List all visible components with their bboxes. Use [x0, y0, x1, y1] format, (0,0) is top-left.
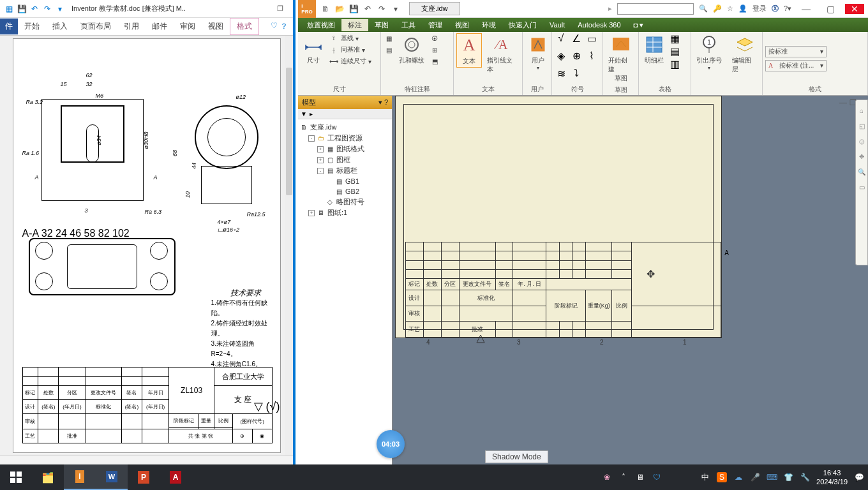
tray-mic-icon[interactable]: 🎤: [750, 472, 760, 482]
tree-sheet1[interactable]: +🗏图纸:1: [299, 207, 391, 218]
save-icon[interactable]: 💾: [17, 4, 27, 14]
menu-view[interactable]: 视图: [449, 19, 475, 31]
balloon-button[interactable]: 1 引出序号▾: [694, 33, 724, 72]
browser-tree[interactable]: 🗎支座.idw -🗀工程图资源 +▦图纸格式 +▢图框 -▤标题栏 ▤GB1 ▤…: [298, 119, 392, 221]
tab-start[interactable]: 开始: [18, 19, 46, 34]
redo-icon[interactable]: ↷: [42, 4, 52, 14]
style-standard-dd[interactable]: 按标准▾: [765, 46, 827, 57]
menu-bullet-icon[interactable]: ◘ ▾: [627, 20, 650, 31]
menu-env[interactable]: 环境: [475, 19, 502, 31]
nav-zoom-icon[interactable]: 🔍: [857, 167, 867, 177]
scroll-thumb[interactable]: [286, 68, 292, 195]
taskbar-clock[interactable]: 16:43 2024/3/19: [816, 468, 848, 486]
general-table-icon[interactable]: ▥: [670, 59, 680, 69]
help-icon[interactable]: ?▾: [784, 4, 791, 13]
tray-cloud-icon[interactable]: ☁: [733, 472, 744, 482]
maximize-button[interactable]: ▢: [821, 4, 840, 14]
exchange-icon[interactable]: Ⓧ: [772, 4, 779, 13]
qat-dropdown-icon[interactable]: ▾: [390, 3, 401, 15]
tab-mail[interactable]: 邮件: [146, 19, 174, 34]
tab-file[interactable]: 件: [0, 19, 18, 34]
word-document-area[interactable]: 62 15 32 M6 Ra 3.2 Ra 1.6 ø34 ø30H8 68 4…: [0, 36, 293, 457]
doc-min-icon[interactable]: —: [839, 98, 847, 107]
chamfer-note-icon[interactable]: ⦿: [430, 33, 440, 43]
plus-icon[interactable]: +: [317, 146, 324, 152]
taskbar-explorer[interactable]: 🗂️: [32, 464, 64, 490]
word-help[interactable]: ♡？: [271, 21, 293, 32]
nav-orbit-icon[interactable]: ◶: [857, 136, 867, 146]
edit-layers-button[interactable]: 编辑图层: [730, 33, 760, 75]
feature-control-icon[interactable]: ▭: [585, 33, 598, 43]
menu-sketch[interactable]: 草图: [368, 19, 395, 31]
tree-border[interactable]: +▢图框: [299, 154, 391, 165]
filter-icon[interactable]: ▼: [301, 110, 307, 117]
text-button[interactable]: A 文本: [456, 33, 482, 68]
browser-dropdown-icon[interactable]: ▾: [378, 98, 382, 107]
taskbar-autocad[interactable]: A: [160, 464, 191, 490]
search-icon[interactable]: 🔍: [699, 4, 708, 13]
tab-insert[interactable]: 插入: [46, 19, 74, 34]
style-annot-dd[interactable]: A按标准 (注...▾: [765, 60, 827, 71]
minimize-button[interactable]: —: [797, 4, 816, 14]
key-icon[interactable]: 🔑: [713, 4, 722, 13]
tab-layout[interactable]: 页面布局: [74, 19, 117, 34]
menu-annotate[interactable]: 标注: [341, 19, 368, 31]
start-button[interactable]: [0, 464, 32, 490]
inv-search-input[interactable]: [617, 3, 694, 15]
tree-resources[interactable]: -🗀工程图资源: [299, 133, 391, 144]
drawing-sheet[interactable]: 标记 处数 分区 更改文件号 签名 年. 月. 日 设计 标准化 阶段标记 重量…: [395, 96, 722, 338]
datum-target-icon[interactable]: ⊕: [570, 51, 583, 61]
parts-list-button[interactable]: 明细栏: [641, 33, 667, 66]
taskbar-powerpoint[interactable]: P: [128, 464, 160, 490]
punch-note-icon[interactable]: ⊞: [430, 45, 440, 55]
tray-monitor-icon[interactable]: 🖥: [635, 472, 645, 482]
nav-home-icon[interactable]: ⌂: [857, 105, 867, 115]
tray-ime-ch[interactable]: 中: [700, 472, 710, 482]
samebase-button[interactable]: ⟊同基准 ▾: [329, 45, 371, 55]
tray-up-icon[interactable]: ˄: [618, 472, 629, 482]
menu-vault[interactable]: Vault: [543, 20, 571, 30]
star-icon[interactable]: ☆: [727, 4, 733, 13]
browser-help-icon[interactable]: ?: [384, 98, 388, 107]
open-icon[interactable]: 📂: [334, 3, 345, 15]
weld-icon[interactable]: ≋: [555, 68, 567, 78]
menu-manage[interactable]: 管理: [422, 19, 449, 31]
tab-view[interactable]: 视图: [202, 19, 230, 34]
hole-thread-button[interactable]: 孔和螺纹: [396, 33, 427, 66]
menu-place-view[interactable]: 放置视图: [301, 19, 341, 31]
surface-symbol-icon[interactable]: √: [555, 33, 567, 43]
start-sketch-button[interactable]: 开始创建 草图: [606, 33, 636, 84]
revision-table-icon[interactable]: ▤: [670, 46, 680, 56]
leader-text-button[interactable]: ∕A 指引线文本: [484, 33, 520, 75]
insert-sketch-symbol-button[interactable]: 用户▾: [525, 33, 551, 72]
login-link[interactable]: 登录: [752, 4, 767, 13]
bend-note-icon[interactable]: ⬒: [430, 56, 440, 66]
tree-sheetformat[interactable]: +▦图纸格式: [299, 144, 391, 154]
nav-lookAt-icon[interactable]: ▭: [857, 182, 867, 192]
expand-icon[interactable]: ▸: [310, 110, 313, 117]
tray-flower-icon[interactable]: ❀: [602, 472, 612, 482]
minus-icon[interactable]: -: [308, 135, 315, 142]
nav-cube-icon[interactable]: ◱: [857, 121, 867, 131]
tray-person-icon[interactable]: 👕: [783, 472, 793, 482]
nav-pan-icon[interactable]: ✥: [857, 151, 867, 161]
inventor-logo-icon[interactable]: IPRO: [298, 0, 316, 18]
arrange-icon[interactable]: ▦: [384, 33, 394, 43]
menu-getstarted[interactable]: 快速入门: [502, 19, 543, 31]
inv-doc-tab[interactable]: 支座.idw: [409, 2, 460, 15]
inv-undo-icon[interactable]: ↶: [362, 3, 373, 15]
word-scrollbar[interactable]: [285, 36, 293, 464]
save-icon[interactable]: 💾: [348, 3, 359, 15]
import-icon[interactable]: ⤵: [570, 68, 583, 78]
tree-root[interactable]: 🗎支座.idw: [299, 122, 391, 133]
minus-icon[interactable]: -: [317, 168, 324, 174]
recording-timer-badge[interactable]: 04:03: [377, 430, 405, 458]
drawing-canvas[interactable]: — ❐ ✕ 标记 处数: [393, 96, 868, 464]
caterpillar-icon[interactable]: ⌇: [585, 51, 598, 61]
weld-symbol-icon[interactable]: ∠: [570, 33, 583, 43]
plus-icon[interactable]: +: [308, 210, 315, 216]
tray-keyboard-icon[interactable]: ⌨: [767, 472, 777, 482]
tree-sketchsymbol[interactable]: ◇略图符号: [299, 197, 391, 207]
browser-filter-row[interactable]: ▼ ▸: [298, 109, 392, 119]
inv-redo-icon[interactable]: ↷: [376, 3, 387, 15]
